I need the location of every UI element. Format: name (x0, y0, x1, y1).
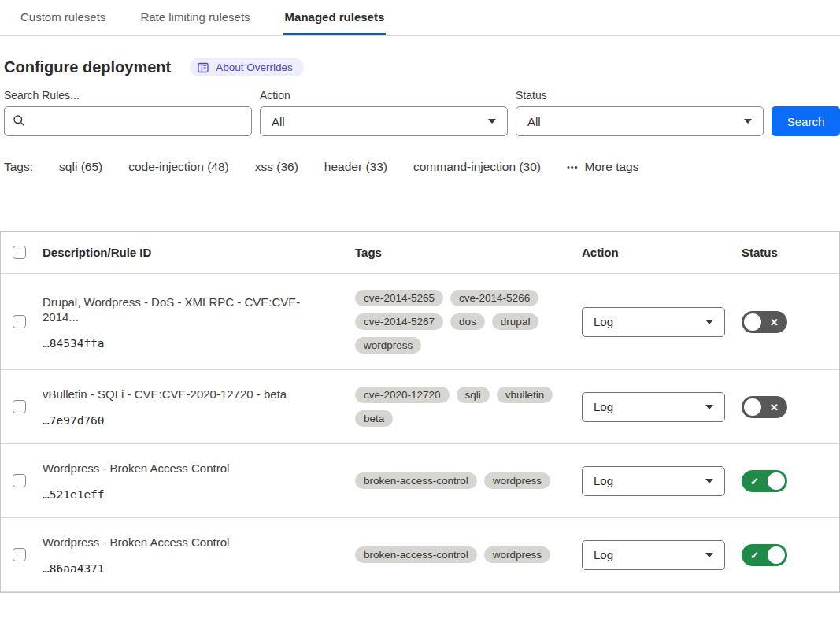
about-overrides-label: About Overrides (216, 61, 293, 73)
action-select[interactable]: Log (582, 307, 725, 337)
chevron-down-icon (705, 405, 713, 409)
status-toggle[interactable]: ✓ ✕ (742, 544, 787, 566)
rule-description: vBulletin - SQLi - CVE:CVE-2020-12720 - … (43, 387, 331, 402)
tag-filter-command-injection[interactable]: command-injection (30) (413, 160, 541, 174)
toggle-knob (744, 313, 761, 331)
rule-id: …521e1eff (43, 488, 331, 501)
tag-pills: broken-access-controlwordpress (355, 472, 582, 489)
tags-bar: Tags: sqli (65) code-injection (48) xss … (4, 160, 840, 174)
rule-description: Wordpress - Broken Access Control (43, 461, 331, 476)
tag-pill: beta (355, 410, 393, 427)
action-select[interactable]: Log (582, 540, 725, 570)
table-row: Drupal, Wordpress - DoS - XMLRPC - CVE:C… (1, 274, 839, 370)
rule-description: Wordpress - Broken Access Control (43, 535, 331, 550)
tag-pills: cve-2020-12720sqlivbulletinbeta (355, 387, 582, 427)
toggle-knob (744, 398, 761, 416)
book-icon (198, 62, 209, 73)
check-icon: ✓ (750, 549, 759, 561)
chevron-down-icon (488, 119, 496, 124)
tag-filter-sqli[interactable]: sqli (65) (59, 160, 102, 174)
more-tags-button[interactable]: ••• More tags (567, 160, 638, 174)
row-checkbox[interactable] (13, 548, 26, 561)
column-header-action: Action (582, 246, 742, 259)
tag-pill: wordpress (484, 472, 550, 489)
tag-pill: cve-2014-5266 (450, 290, 538, 306)
select-all-checkbox[interactable] (13, 246, 26, 259)
filter-bar: Search Rules... Action All Status All Se… (4, 89, 840, 136)
tag-pill: sqli (457, 387, 490, 403)
more-tags-label: More tags (585, 160, 639, 174)
tab-managed-rulesets[interactable]: Managed rulesets (283, 0, 387, 35)
status-filter-label: Status (516, 89, 764, 102)
action-filter-select[interactable]: All (260, 106, 508, 136)
heading-row: Configure deployment About Overrides (4, 58, 840, 76)
tag-pill: cve-2014-5267 (355, 313, 443, 330)
rule-id: …84534ffa (43, 337, 331, 350)
row-checkbox[interactable] (13, 474, 26, 487)
rule-description: Drupal, Wordpress - DoS - XMLRPC - CVE:C… (43, 294, 331, 325)
table-body: Drupal, Wordpress - DoS - XMLRPC - CVE:C… (1, 274, 839, 592)
tab-rate-limiting-rulesets[interactable]: Rate limiting rulesets (139, 0, 251, 35)
column-header-tags: Tags (355, 246, 582, 259)
toggle-knob (768, 472, 785, 490)
search-button[interactable]: Search (772, 106, 840, 136)
tag-filter-code-injection[interactable]: code-injection (48) (128, 160, 229, 174)
table-row: Wordpress - Broken Access Control …521e1… (1, 444, 839, 518)
tag-pills: broken-access-controlwordpress (355, 546, 582, 563)
action-select[interactable]: Log (582, 466, 725, 496)
tag-pill: cve-2020-12720 (355, 387, 450, 403)
tags-bar-label: Tags: (4, 160, 33, 174)
x-icon: ✕ (770, 316, 779, 328)
action-filter-label: Action (260, 89, 508, 102)
search-rules-label: Search Rules... (4, 89, 252, 102)
about-overrides-badge[interactable]: About Overrides (190, 58, 304, 76)
tag-pill: wordpress (484, 546, 550, 563)
tag-pill: vbulletin (497, 387, 553, 403)
tag-pills: cve-2014-5265cve-2014-5266cve-2014-5267d… (355, 290, 582, 354)
status-toggle[interactable]: ✓ ✕ (742, 311, 787, 333)
row-checkbox[interactable] (13, 400, 26, 413)
column-header-description: Description/Rule ID (43, 246, 355, 259)
chevron-down-icon (705, 479, 713, 483)
x-icon: ✕ (770, 401, 779, 413)
tag-pill: wordpress (355, 337, 421, 354)
status-toggle[interactable]: ✓ ✕ (742, 470, 787, 492)
toggle-knob (768, 546, 785, 564)
action-select-value: Log (594, 548, 613, 561)
check-icon: ✓ (750, 475, 759, 487)
tag-filter-header[interactable]: header (33) (324, 160, 387, 174)
table-row: vBulletin - SQLi - CVE:CVE-2020-12720 - … (1, 370, 839, 444)
tag-pill: dos (450, 313, 485, 330)
rule-id: …86aa4371 (43, 562, 331, 575)
row-checkbox[interactable] (13, 315, 26, 328)
tag-pill: broken-access-control (355, 546, 477, 563)
page-title: Configure deployment (4, 58, 171, 76)
tag-pill: broken-access-control (355, 472, 477, 489)
status-toggle[interactable]: ✓ ✕ (742, 396, 787, 418)
status-filter-select[interactable]: All (516, 106, 764, 136)
chevron-down-icon (705, 553, 713, 557)
rule-id: …7e97d760 (43, 414, 331, 427)
column-header-status: Status (742, 246, 839, 259)
search-icon (13, 114, 25, 130)
action-select-value: Log (594, 400, 613, 413)
ruleset-tabs: Custom rulesets Rate limiting rulesets M… (0, 0, 840, 36)
ellipsis-icon: ••• (567, 162, 579, 172)
table-row: Wordpress - Broken Access Control …86aa4… (1, 518, 839, 592)
tag-pill: cve-2014-5265 (355, 290, 443, 306)
chevron-down-icon (744, 119, 752, 124)
action-select-value: Log (594, 474, 613, 487)
action-filter-value: All (272, 115, 285, 128)
search-rules-input[interactable] (4, 106, 252, 136)
status-filter-value: All (527, 115, 541, 128)
tag-filter-xss[interactable]: xss (36) (255, 160, 298, 174)
chevron-down-icon (705, 320, 713, 324)
tab-custom-rulesets[interactable]: Custom rulesets (19, 0, 107, 35)
action-select-value: Log (594, 315, 613, 328)
rules-table: Description/Rule ID Tags Action Status D… (0, 231, 840, 593)
tag-pill: drupal (492, 313, 539, 330)
action-select[interactable]: Log (582, 392, 725, 422)
table-header-row: Description/Rule ID Tags Action Status (1, 232, 839, 274)
